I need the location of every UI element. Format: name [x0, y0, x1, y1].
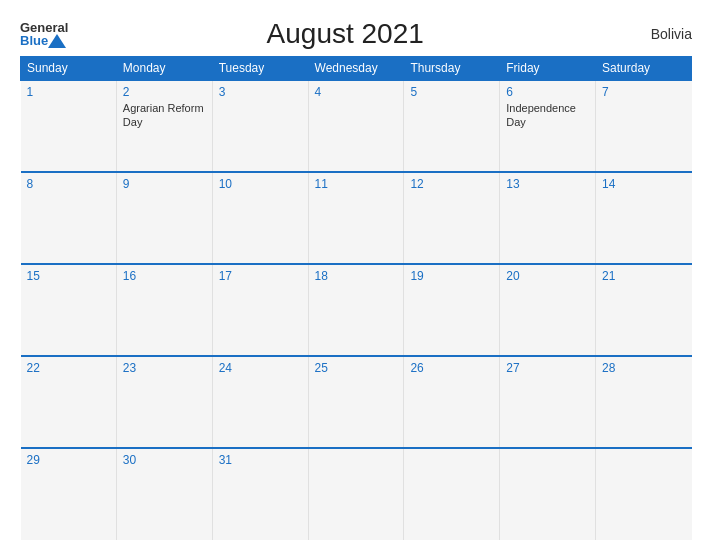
calendar-title: August 2021	[68, 18, 622, 50]
header: General Blue August 2021 Bolivia	[20, 18, 692, 50]
calendar-cell: 2Agrarian Reform Day	[116, 80, 212, 172]
logo-general-text: General	[20, 21, 68, 34]
calendar-cell: 19	[404, 264, 500, 356]
calendar-week-4: 22232425262728	[21, 356, 692, 448]
day-number: 8	[27, 177, 110, 191]
calendar-cell: 5	[404, 80, 500, 172]
calendar-week-1: 12Agrarian Reform Day3456Independence Da…	[21, 80, 692, 172]
calendar-header: Sunday Monday Tuesday Wednesday Thursday…	[21, 57, 692, 81]
calendar-cell: 22	[21, 356, 117, 448]
day-number: 15	[27, 269, 110, 283]
day-number: 20	[506, 269, 589, 283]
day-number: 5	[410, 85, 493, 99]
svg-marker-0	[48, 34, 66, 48]
calendar-cell: 18	[308, 264, 404, 356]
day-number: 2	[123, 85, 206, 99]
calendar-week-3: 15161718192021	[21, 264, 692, 356]
calendar-cell	[404, 448, 500, 540]
col-thursday: Thursday	[404, 57, 500, 81]
calendar-cell: 25	[308, 356, 404, 448]
day-number: 28	[602, 361, 685, 375]
day-number: 26	[410, 361, 493, 375]
day-number: 17	[219, 269, 302, 283]
calendar-cell: 3	[212, 80, 308, 172]
day-number: 27	[506, 361, 589, 375]
day-number: 18	[315, 269, 398, 283]
logo: General Blue	[20, 21, 68, 48]
day-number: 24	[219, 361, 302, 375]
col-wednesday: Wednesday	[308, 57, 404, 81]
calendar-cell: 29	[21, 448, 117, 540]
calendar-page: General Blue August 2021 Bolivia Sunday …	[0, 0, 712, 550]
day-number: 1	[27, 85, 110, 99]
calendar-cell: 21	[596, 264, 692, 356]
calendar-cell: 27	[500, 356, 596, 448]
day-number: 13	[506, 177, 589, 191]
calendar-cell: 8	[21, 172, 117, 264]
calendar-cell: 7	[596, 80, 692, 172]
calendar-cell	[500, 448, 596, 540]
logo-flag-icon	[48, 34, 66, 48]
calendar-cell: 28	[596, 356, 692, 448]
day-number: 22	[27, 361, 110, 375]
col-tuesday: Tuesday	[212, 57, 308, 81]
col-monday: Monday	[116, 57, 212, 81]
day-number: 14	[602, 177, 685, 191]
day-number: 25	[315, 361, 398, 375]
calendar-cell: 16	[116, 264, 212, 356]
calendar-cell: 30	[116, 448, 212, 540]
calendar-cell: 31	[212, 448, 308, 540]
event-label: Agrarian Reform Day	[123, 102, 204, 128]
calendar-cell	[596, 448, 692, 540]
calendar-cell: 12	[404, 172, 500, 264]
day-number: 21	[602, 269, 685, 283]
col-friday: Friday	[500, 57, 596, 81]
day-number: 7	[602, 85, 685, 99]
country-label: Bolivia	[622, 26, 692, 42]
day-number: 3	[219, 85, 302, 99]
calendar-cell: 11	[308, 172, 404, 264]
calendar-cell: 26	[404, 356, 500, 448]
calendar-cell: 20	[500, 264, 596, 356]
calendar-cell: 14	[596, 172, 692, 264]
calendar-week-2: 891011121314	[21, 172, 692, 264]
calendar-cell: 10	[212, 172, 308, 264]
day-number: 19	[410, 269, 493, 283]
calendar-cell: 15	[21, 264, 117, 356]
calendar-body: 12Agrarian Reform Day3456Independence Da…	[21, 80, 692, 540]
event-label: Independence Day	[506, 102, 576, 128]
day-number: 9	[123, 177, 206, 191]
calendar-cell: 6Independence Day	[500, 80, 596, 172]
day-number: 12	[410, 177, 493, 191]
calendar-week-5: 293031	[21, 448, 692, 540]
day-number: 11	[315, 177, 398, 191]
day-number: 4	[315, 85, 398, 99]
calendar-cell: 24	[212, 356, 308, 448]
calendar-cell: 17	[212, 264, 308, 356]
logo-blue-text: Blue	[20, 34, 68, 48]
day-number: 31	[219, 453, 302, 467]
day-number: 30	[123, 453, 206, 467]
calendar-cell: 9	[116, 172, 212, 264]
calendar-cell: 23	[116, 356, 212, 448]
day-number: 29	[27, 453, 110, 467]
calendar-cell: 13	[500, 172, 596, 264]
day-number: 10	[219, 177, 302, 191]
calendar-cell: 4	[308, 80, 404, 172]
calendar-cell: 1	[21, 80, 117, 172]
day-number: 6	[506, 85, 589, 99]
calendar-table: Sunday Monday Tuesday Wednesday Thursday…	[20, 56, 692, 540]
col-sunday: Sunday	[21, 57, 117, 81]
day-number: 16	[123, 269, 206, 283]
day-number: 23	[123, 361, 206, 375]
calendar-cell	[308, 448, 404, 540]
col-saturday: Saturday	[596, 57, 692, 81]
